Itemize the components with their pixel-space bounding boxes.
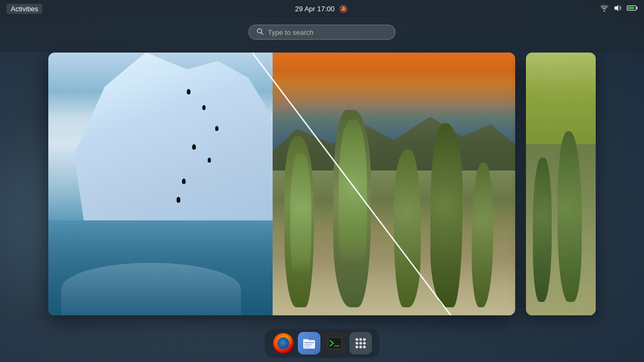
- svg-rect-10: [304, 344, 312, 345]
- volume-icon[interactable]: [614, 4, 621, 13]
- search-icon: [257, 28, 264, 36]
- dock-item-files[interactable]: [298, 332, 320, 354]
- workspace-secondary[interactable]: [526, 53, 596, 315]
- top-bar: Activities 29 Apr 17:00 🔕: [0, 0, 644, 17]
- search-bar: [248, 25, 396, 40]
- svg-point-15: [360, 338, 362, 341]
- overview-area: [0, 38, 644, 330]
- cactus-2: [333, 110, 371, 307]
- svg-rect-8: [303, 339, 309, 341]
- search-input[interactable]: [268, 28, 387, 36]
- system-tray: [600, 4, 638, 13]
- search-container: [248, 17, 396, 47]
- svg-point-20: [356, 346, 358, 349]
- svg-point-19: [363, 342, 366, 345]
- water-reflection: [61, 263, 241, 315]
- terminal-icon: [328, 337, 342, 349]
- penguin: [192, 144, 196, 150]
- dock: [265, 329, 379, 358]
- dock-item-terminal[interactable]: [324, 332, 346, 354]
- top-bar-center: 29 Apr 17:00 🔕: [295, 5, 348, 13]
- files-icon: [302, 336, 316, 350]
- battery-icon[interactable]: [627, 4, 638, 13]
- svg-rect-11: [304, 346, 310, 348]
- svg-point-21: [360, 346, 362, 349]
- cactus-5: [472, 162, 493, 307]
- svg-marker-0: [614, 5, 618, 11]
- datetime-label: 29 Apr 17:00: [295, 5, 335, 13]
- svg-point-14: [356, 338, 358, 341]
- penguin: [202, 105, 206, 110]
- svg-line-5: [261, 33, 264, 35]
- dock-item-firefox[interactable]: [272, 332, 295, 354]
- cactus-1: [284, 136, 314, 307]
- workspace-image: [48, 53, 515, 315]
- svg-point-16: [363, 338, 366, 341]
- svg-point-22: [363, 346, 366, 349]
- secondary-cactus-2: [558, 131, 582, 302]
- iceberg-scene: [48, 53, 305, 315]
- wifi-icon[interactable]: [600, 4, 609, 13]
- desert-scene: [273, 53, 515, 315]
- svg-point-18: [360, 342, 362, 345]
- svg-rect-12: [328, 338, 342, 349]
- penguin: [177, 197, 180, 203]
- penguin: [208, 158, 211, 162]
- cactus-4: [430, 123, 463, 307]
- penguin: [182, 179, 186, 184]
- notification-icon[interactable]: 🔕: [339, 5, 348, 13]
- firefox-icon: [273, 333, 294, 353]
- dock-item-appgrid[interactable]: [349, 332, 372, 354]
- svg-rect-2: [628, 6, 634, 10]
- secondary-cactus-1: [533, 158, 552, 302]
- workspace-main[interactable]: [48, 53, 515, 315]
- activities-button[interactable]: Activities: [6, 4, 42, 14]
- penguin: [215, 126, 218, 131]
- svg-point-17: [356, 342, 358, 345]
- workspace-secondary-image: [526, 53, 596, 315]
- cactus-3: [394, 150, 421, 307]
- secondary-sky: [526, 53, 596, 158]
- svg-rect-3: [636, 7, 638, 10]
- svg-rect-9: [304, 342, 314, 343]
- penguin: [187, 89, 191, 94]
- appgrid-icon: [354, 337, 367, 350]
